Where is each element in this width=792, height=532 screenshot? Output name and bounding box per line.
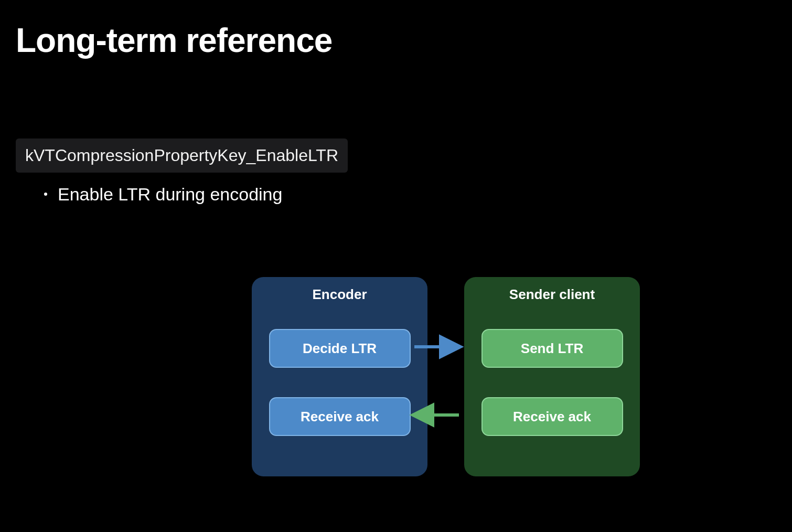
encoder-decide-ltr-box: Decide LTR <box>269 329 411 368</box>
bullet-text: Enable LTR during encoding <box>58 184 282 204</box>
sender-receive-ack-box: Receive ack <box>481 397 623 436</box>
encoder-panel-title: Encoder <box>312 286 367 303</box>
encoder-panel: Encoder Decide LTR Receive ack <box>252 277 427 476</box>
bullet-dot-icon <box>44 193 47 196</box>
encoder-receive-ack-box: Receive ack <box>269 397 411 436</box>
bullet-item: Enable LTR during encoding <box>44 184 776 205</box>
code-property-chip: kVTCompressionPropertyKey_EnableLTR <box>16 139 348 173</box>
sender-send-ltr-box: Send LTR <box>481 329 623 368</box>
sender-panel-title: Sender client <box>509 286 595 303</box>
slide-title: Long-term reference <box>16 21 776 60</box>
slide: Long-term reference kVTCompressionProper… <box>0 0 792 532</box>
sender-client-panel: Sender client Send LTR Receive ack <box>464 277 640 476</box>
diagram: Encoder Decide LTR Receive ack Sender cl… <box>252 277 640 476</box>
